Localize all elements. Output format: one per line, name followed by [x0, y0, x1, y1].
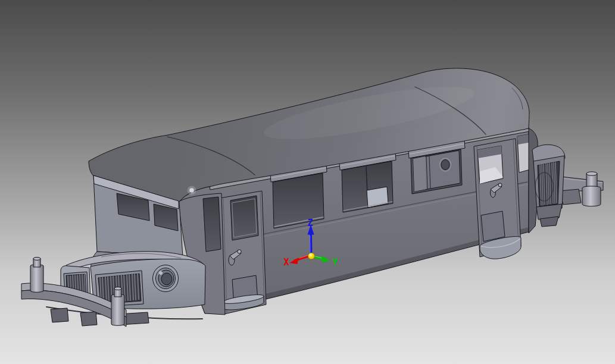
rear-end[interactable] — [529, 128, 565, 233]
front-door[interactable] — [220, 191, 266, 314]
chassis-tab-1 — [51, 308, 68, 322]
cab-corner-glint — [189, 188, 194, 193]
axis-y-label: Y — [332, 257, 338, 268]
axis-z-label: Z — [307, 218, 313, 228]
front-buffer-post-left-top — [33, 258, 40, 261]
railbus-3d-model: X Y Z — [0, 0, 615, 364]
rear-door-lower-panel[interactable] — [481, 211, 505, 241]
passenger-window-1[interactable] — [273, 173, 324, 228]
rear-buffer-head[interactable] — [582, 186, 601, 206]
headlight-lens — [161, 273, 172, 285]
front-buffer-post-right[interactable] — [111, 294, 124, 326]
axis-x-label: X — [283, 257, 289, 268]
headlight-glint — [159, 271, 163, 275]
cab-side-window[interactable] — [203, 197, 221, 252]
axis-z-shaft[interactable] — [311, 234, 311, 254]
chassis-tab-2 — [80, 312, 97, 326]
origin-ball[interactable] — [308, 253, 314, 259]
cad-viewport[interactable]: X Y Z — [0, 0, 615, 364]
front-door-handle-knob — [238, 250, 241, 253]
rear-door[interactable] — [474, 139, 521, 259]
porthole[interactable] — [441, 160, 449, 170]
front-buffer-post-right-top — [114, 287, 121, 290]
axis-z-shaft-highlight — [310, 236, 311, 253]
front-buffer-post-left[interactable] — [30, 265, 43, 293]
rear-buffer-shank-top — [586, 172, 597, 175]
rear-door-handle-knob — [498, 183, 502, 187]
porthole-door-left-leaf — [413, 156, 426, 192]
